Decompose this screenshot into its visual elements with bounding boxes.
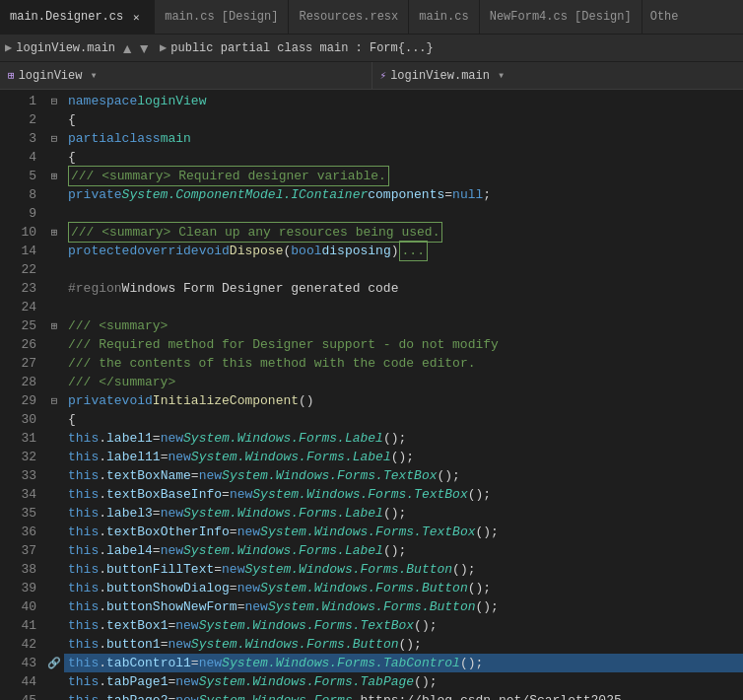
code-line-37: this.label4 = new System.Windows.Forms.L…	[64, 541, 743, 560]
nav-down-button[interactable]: ▼	[136, 38, 152, 58]
code-line-26: /// Required method for Designer support…	[64, 335, 743, 354]
code-line-36: this.textBoxOtherInfo = new System.Windo…	[64, 523, 743, 541]
code-line-33: this.textBoxName = new System.Windows.Fo…	[64, 466, 743, 485]
code-line-40: this.buttonShowNewForm = new System.Wind…	[64, 597, 743, 616]
editor: 1 2 3 4 5 8 9 10 14 22 23 24 25 26 27 28…	[0, 90, 743, 700]
link-icon-43: 🔗	[47, 657, 61, 669]
tab-close-button[interactable]: ✕	[128, 9, 144, 25]
collapse-10[interactable]: ⊞	[51, 226, 58, 239]
code-line-14: protected override void Dispose(bool dis…	[64, 242, 743, 260]
tab-overflow-label: Othe	[650, 10, 679, 24]
code-line-23: #region Windows Form Designer generated …	[64, 279, 743, 298]
tab-bar: main.Designer.cs ✕ main.cs [Design] Reso…	[0, 0, 743, 35]
code-line-44: this.tabPage1 = new System.Windows.Forms…	[64, 672, 743, 691]
code-line-38: this.buttonFillText = new System.Windows…	[64, 560, 743, 579]
code-line-45: this.tabPage2 = new System.Windows.Forms…	[64, 691, 743, 700]
selector-right-dropdown[interactable]: ▾	[498, 68, 505, 83]
code-line-42: this.button1 = new System.Windows.Forms.…	[64, 635, 743, 654]
code-line-31: this.label1 = new System.Windows.Forms.L…	[64, 429, 743, 448]
collapse-1[interactable]: ⊟	[51, 95, 58, 107]
tab-resources[interactable]: Resources.resx	[289, 0, 409, 35]
tab-main-designer[interactable]: main.Designer.cs ✕	[0, 0, 155, 35]
selector-right[interactable]: ⚡ loginView.main ▾	[372, 62, 744, 90]
selector-icon-left: ⊞	[8, 69, 15, 82]
code-line-2: {	[64, 110, 743, 129]
code-line-22	[64, 260, 743, 279]
breadcrumb-item-2[interactable]: public partial class main : Form{...}	[170, 41, 433, 55]
selector-bar: ⊞ loginView ▾ ⚡ loginView.main ▾	[0, 62, 743, 90]
code-line-35: this.label3 = new System.Windows.Forms.L…	[64, 504, 743, 523]
code-area: namespace loginView { partial class main…	[64, 90, 743, 700]
selector-left-dropdown[interactable]: ▾	[90, 68, 97, 83]
code-line-24	[64, 298, 743, 316]
code-line-43: this.tabControl1 = new System.Windows.Fo…	[64, 654, 743, 672]
code-line-10: /// <summary> Clean up any resources bei…	[64, 223, 743, 242]
code-line-9	[64, 204, 743, 223]
collapse-5[interactable]: ⊞	[51, 170, 58, 182]
code-line-5: /// <summary> Required designer variable…	[64, 167, 743, 185]
code-line-27: /// the contents of this method with the…	[64, 354, 743, 373]
breadcrumb-arrow-right: ▶	[160, 40, 167, 55]
tab-label: main.cs	[419, 10, 468, 24]
code-line-8: private System.ComponentModel.IContainer…	[64, 185, 743, 204]
code-line-4: {	[64, 148, 743, 167]
code-line-25: /// <summary>	[64, 316, 743, 335]
code-line-3: partial class main	[64, 129, 743, 148]
breadcrumb-bar: ▶ loginView.main ▲ ▼ ▶ public partial cl…	[0, 35, 743, 62]
tab-label: Resources.resx	[299, 10, 398, 24]
code-line-29: private void InitializeComponent()	[64, 391, 743, 410]
code-line-1: namespace loginView	[64, 92, 743, 110]
code-line-39: this.buttonShowDialog = new System.Windo…	[64, 579, 743, 597]
line-numbers: 1 2 3 4 5 8 9 10 14 22 23 24 25 26 27 28…	[0, 90, 44, 700]
selector-icon-right: ⚡	[380, 69, 387, 82]
selector-right-label: loginView.main	[390, 69, 490, 83]
tab-label: main.cs [Design]	[165, 10, 278, 24]
code-line-30: {	[64, 410, 743, 429]
nav-up-button[interactable]: ▲	[119, 38, 135, 58]
collapse-25[interactable]: ⊞	[51, 319, 58, 332]
tab-label: main.Designer.cs	[10, 10, 123, 24]
code-line-28: /// </summary>	[64, 373, 743, 391]
tab-newform4-design[interactable]: NewForm4.cs [Design]	[480, 0, 642, 35]
collapse-29[interactable]: ⊟	[51, 394, 58, 407]
selector-left[interactable]: ⊞ loginView ▾	[0, 62, 372, 90]
breadcrumb-text-1: loginView.main	[16, 41, 115, 55]
tab-main-design[interactable]: main.cs [Design]	[155, 0, 289, 35]
tab-label: NewForm4.cs [Design]	[490, 10, 632, 24]
code-line-41: this.textBox1 = new System.Windows.Forms…	[64, 616, 743, 635]
breadcrumb-text-2: public partial class main : Form{...}	[170, 41, 433, 55]
collapse-3[interactable]: ⊟	[51, 132, 58, 145]
selector-left-label: loginView	[19, 69, 83, 83]
tab-main-cs[interactable]: main.cs	[409, 0, 479, 35]
code-line-32: this.label11 = new System.Windows.Forms.…	[64, 448, 743, 466]
code-line-34: this.textBoxBaseInfo = new System.Window…	[64, 485, 743, 504]
tab-overflow[interactable]: Othe	[642, 0, 687, 35]
nav-buttons: ▲ ▼	[119, 38, 152, 58]
gutter: ⊟ ⊟ ⊞ ⊞ ⊞ ⊟ 🔗	[44, 90, 64, 700]
breadcrumb-arrow-left: ▶	[5, 40, 12, 55]
breadcrumb-item-1[interactable]: loginView.main	[16, 41, 115, 55]
